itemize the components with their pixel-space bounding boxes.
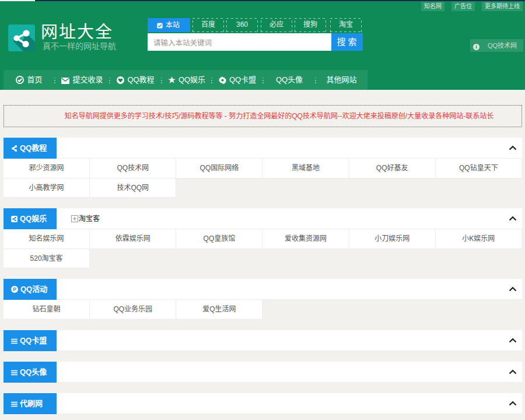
svg-text:P: P <box>13 286 16 292</box>
